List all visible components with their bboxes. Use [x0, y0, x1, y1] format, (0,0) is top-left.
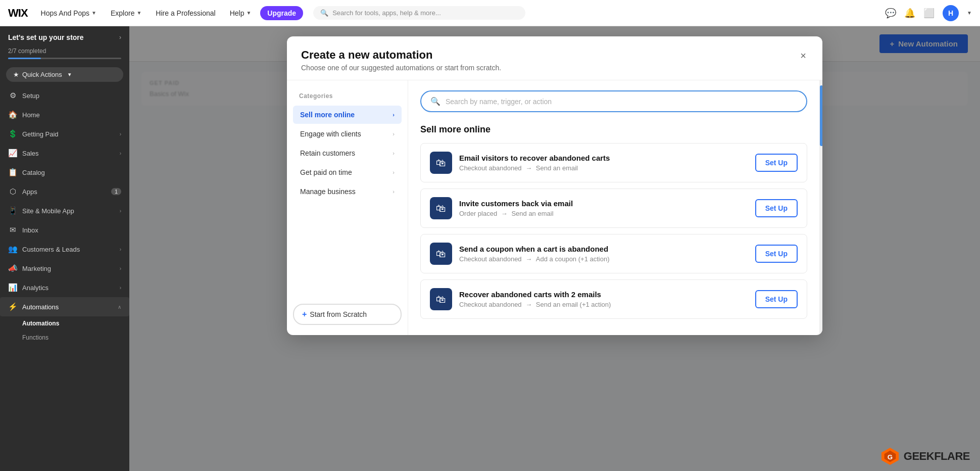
sales-icon: 📈 [8, 149, 17, 158]
automation-search-bar[interactable]: 🔍 [420, 90, 807, 112]
automation-card-0: 🛍 Email visitors to recover abandoned ca… [420, 143, 807, 182]
sidebar-sub-functions[interactable]: Functions [0, 331, 129, 345]
sidebar-item-inbox[interactable]: ✉ Inbox [0, 220, 129, 240]
modal-scrollbar[interactable] [819, 80, 822, 335]
catalog-icon: 📋 [8, 168, 17, 177]
search-placeholder-text: Search for tools, apps, help & more... [332, 9, 441, 17]
category-getpaid-chevron-icon: › [393, 169, 395, 175]
sidebar-item-analytics[interactable]: 📊 Analytics › [0, 278, 129, 297]
start-scratch-label: Start from Scratch [310, 310, 367, 318]
upgrade-button[interactable]: Upgrade [260, 6, 303, 20]
avatar-chevron-icon: ▼ [967, 10, 972, 16]
getting-paid-chevron-icon: › [120, 131, 121, 137]
automation-info-2: Send a coupon when a cart is abandoned C… [459, 245, 748, 263]
sidebar: Let's set up your store › 2/7 completed … [0, 26, 129, 471]
automation-card-3: 🛍 Recover abandoned carts with 2 emails … [420, 279, 807, 319]
quick-actions-button[interactable]: ★ Quick Actions ▼ [6, 67, 123, 82]
global-search[interactable]: 🔍 Search for tools, apps, help & more... [313, 6, 525, 20]
automation-action-1: Send an email [511, 210, 553, 217]
automation-search-input[interactable] [446, 98, 797, 106]
automation-info-0: Email visitors to recover abandoned cart… [459, 154, 748, 172]
categories-panel: Categories Sell more online › Engage wit… [287, 80, 408, 335]
category-manage-chevron-icon: › [393, 189, 395, 195]
automations-chevron-icon: ∧ [118, 304, 121, 310]
automation-desc-1: Order placed → Send an email [459, 210, 748, 217]
start-from-scratch-button[interactable]: + Start from Scratch [293, 304, 402, 325]
automation-action-0: Send an email [536, 164, 578, 172]
categories-label: Categories [293, 90, 402, 105]
sidebar-item-home[interactable]: 🏠 Home [0, 105, 129, 124]
sidebar-item-setup[interactable]: ⚙ Setup [0, 86, 129, 105]
sidebar-item-apps[interactable]: ⬡ Apps 1 [0, 182, 129, 201]
user-avatar[interactable]: H [943, 5, 959, 21]
automation-info-3: Recover abandoned carts with 2 emails Ch… [459, 290, 748, 308]
modal-body: Categories Sell more online › Engage wit… [287, 80, 822, 335]
sidebar-item-getting-paid[interactable]: 💲 Getting Paid › [0, 124, 129, 144]
site-mobile-chevron-icon: › [120, 208, 121, 214]
automations-list-panel: 🔍 Sell more online 🛍 Email visitors to r… [408, 80, 819, 335]
automation-arrow-2: → [525, 255, 534, 263]
setup-icon: ⚙ [8, 91, 17, 100]
nav-right-area: 💬 🔔 ⬜ H ▼ [885, 5, 972, 21]
sidebar-item-customers-leads[interactable]: 👥 Customers & Leads › [0, 240, 129, 259]
quick-actions-icon: ★ [13, 71, 19, 78]
category-manage-business[interactable]: Manage business › [293, 182, 402, 201]
setup-button-3[interactable]: Set Up [755, 290, 798, 308]
dashboard-icon[interactable]: ⬜ [923, 8, 935, 19]
sidebar-item-marketing[interactable]: 📣 Marketing › [0, 259, 129, 278]
sidebar-sub-automations[interactable]: Automations [0, 316, 129, 331]
analytics-label: Analytics [22, 284, 115, 292]
category-retain-customers[interactable]: Retain customers › [293, 144, 402, 162]
modal-title: Create a new automation [301, 49, 501, 62]
automation-name-1: Invite customers back via email [459, 199, 748, 208]
automation-icon-2: 🛍 [430, 243, 452, 265]
modal-header: Create a new automation Choose one of ou… [287, 36, 822, 80]
site-name-nav[interactable]: Hops And Pops ▼ [36, 6, 102, 20]
progress-label: 2/7 completed [8, 48, 46, 55]
automation-card-1: 🛍 Invite customers back via email Order … [420, 189, 807, 228]
category-getpaid-label: Get paid on time [300, 168, 352, 176]
modal-header-content: Create a new automation Choose one of ou… [301, 49, 501, 72]
apps-label: Apps [22, 188, 106, 196]
geekflare-logo-icon: G [880, 447, 900, 466]
automation-trigger-0: Checkout abandoned [459, 164, 522, 172]
category-engage-clients[interactable]: Engage with clients › [293, 125, 402, 143]
setup-button-0[interactable]: Set Up [755, 154, 798, 172]
notification-bell-icon[interactable]: 🔔 [904, 8, 915, 19]
home-label: Home [22, 111, 121, 119]
setup-button-1[interactable]: Set Up [755, 199, 798, 217]
home-icon: 🏠 [8, 110, 17, 119]
automation-desc-3: Checkout abandoned → Send an email (+1 a… [459, 301, 748, 308]
sidebar-item-site-mobile[interactable]: 📱 Site & Mobile App › [0, 201, 129, 220]
help-nav-item[interactable]: Help ▼ [225, 6, 257, 20]
automation-icon-1: 🛍 [430, 197, 452, 219]
category-engage-chevron-icon: › [393, 131, 395, 137]
customers-icon: 👥 [8, 245, 17, 254]
marketing-chevron-icon: › [120, 266, 121, 271]
quick-actions-label: Quick Actions [22, 71, 62, 78]
setup-label: Setup [22, 92, 121, 100]
sub-functions-label: Functions [22, 334, 48, 341]
sidebar-item-sales[interactable]: 📈 Sales › [0, 144, 129, 163]
setup-button-2[interactable]: Set Up [755, 245, 798, 263]
automation-trigger-2: Checkout abandoned [459, 255, 522, 263]
sidebar-store-header[interactable]: Let's set up your store › [0, 26, 129, 45]
category-sell-more-online[interactable]: Sell more online › [293, 106, 402, 124]
automation-trigger-3: Checkout abandoned [459, 301, 522, 308]
search-icon: 🔍 [430, 97, 440, 106]
automation-card-2: 🛍 Send a coupon when a cart is abandoned… [420, 234, 807, 273]
sidebar-item-automations[interactable]: ⚡ Automations ∧ [0, 297, 129, 316]
hire-professional-nav-item[interactable]: Hire a Professional [151, 6, 220, 20]
marketing-label: Marketing [22, 265, 115, 272]
catalog-label: Catalog [22, 169, 121, 176]
create-automation-modal: Create a new automation Choose one of ou… [287, 36, 822, 335]
sidebar-item-catalog[interactable]: 📋 Catalog [0, 163, 129, 182]
category-get-paid-on-time[interactable]: Get paid on time › [293, 163, 402, 181]
inbox-icon: ✉ [8, 225, 17, 234]
automation-trigger-1: Order placed [459, 210, 497, 217]
chat-icon[interactable]: 💬 [885, 8, 896, 19]
svg-text:G: G [888, 453, 893, 461]
explore-nav-item[interactable]: Explore ▼ [106, 6, 146, 20]
geekflare-badge: G GEEKFLARE [880, 447, 970, 466]
close-modal-button[interactable]: × [798, 49, 808, 63]
